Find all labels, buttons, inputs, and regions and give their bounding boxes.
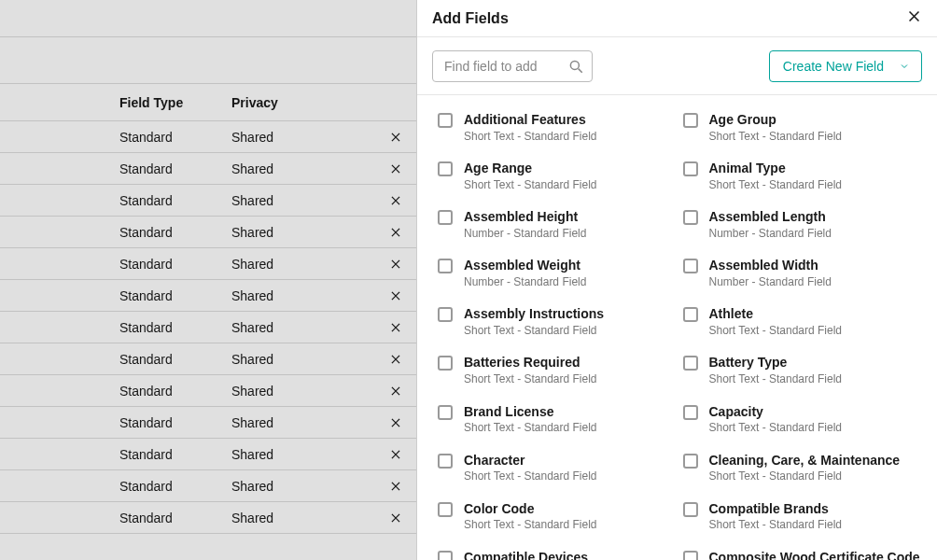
create-new-field-button[interactable]: Create New Field <box>769 50 922 82</box>
row-delete-icon[interactable] <box>381 162 411 175</box>
field-item[interactable]: Character Short Text - Standard Field <box>438 453 678 484</box>
search-icon <box>567 58 584 75</box>
cell-field-type: Standard <box>119 257 231 272</box>
checkbox[interactable] <box>683 259 698 273</box>
field-name: Composite Wood Certificate Code <box>709 550 920 560</box>
svg-point-0 <box>570 61 579 69</box>
field-text: Compatible Devices Short Text - Standard… <box>464 550 597 560</box>
field-item[interactable]: Age Range Short Text - Standard Field <box>438 161 678 192</box>
checkbox[interactable] <box>438 210 453 225</box>
row-delete-icon[interactable] <box>381 289 411 302</box>
field-name: Age Range <box>464 161 597 177</box>
checkbox[interactable] <box>438 454 453 469</box>
field-text: Athlete Short Text - Standard Field <box>709 306 843 338</box>
field-item[interactable]: Assembled Length Number - Standard Field <box>683 209 923 241</box>
field-item[interactable]: Battery Type Short Text - Standard Field <box>683 355 923 386</box>
field-name: Animal Type <box>709 161 843 177</box>
checkbox[interactable] <box>683 502 698 517</box>
cell-privacy: Shared <box>231 130 381 145</box>
checkbox[interactable] <box>683 113 698 128</box>
row-delete-icon[interactable] <box>381 353 411 366</box>
field-text: Battery Type Short Text - Standard Field <box>709 355 843 386</box>
checkbox[interactable] <box>683 454 698 469</box>
field-item[interactable]: Athlete Short Text - Standard Field <box>683 306 923 338</box>
field-item[interactable]: Brand License Short Text - Standard Fiel… <box>438 404 678 436</box>
field-item[interactable]: Additional Features Short Text - Standar… <box>438 112 678 144</box>
field-subtitle: Short Text - Standard Field <box>709 178 843 193</box>
cell-privacy: Shared <box>231 511 381 525</box>
field-name: Compatible Devices <box>464 550 597 560</box>
field-name: Brand License <box>464 404 597 421</box>
field-subtitle: Short Text - Standard Field <box>464 324 604 339</box>
row-delete-icon[interactable] <box>381 258 411 271</box>
field-item[interactable]: Assembled Height Number - Standard Field <box>438 209 678 241</box>
cell-field-type: Standard <box>119 447 231 462</box>
field-text: Assembled Weight Number - Standard Field <box>464 258 586 289</box>
checkbox[interactable] <box>438 551 453 560</box>
cell-privacy: Shared <box>231 161 381 176</box>
row-delete-icon[interactable] <box>381 385 411 398</box>
row-delete-icon[interactable] <box>381 131 411 144</box>
checkbox[interactable] <box>438 259 453 273</box>
col-field-type: Field Type <box>119 95 231 110</box>
search-input-wrap[interactable] <box>432 50 593 82</box>
field-text: Additional Features Short Text - Standar… <box>464 112 597 144</box>
field-item[interactable]: Assembly Instructions Short Text - Stand… <box>438 306 678 338</box>
field-item[interactable]: Composite Wood Certificate Code Whole Nu… <box>683 550 923 560</box>
panel-header: Add Fields <box>417 0 937 37</box>
checkbox[interactable] <box>438 307 453 322</box>
checkbox[interactable] <box>683 551 698 560</box>
checkbox[interactable] <box>683 356 698 371</box>
checkbox[interactable] <box>438 161 453 176</box>
row-delete-icon[interactable] <box>381 321 411 334</box>
checkbox[interactable] <box>438 405 453 420</box>
cell-field-type: Standard <box>119 320 231 335</box>
field-subtitle: Short Text - Standard Field <box>709 469 901 484</box>
field-item[interactable]: Age Group Short Text - Standard Field <box>683 112 923 144</box>
checkbox[interactable] <box>683 210 698 225</box>
cell-privacy: Shared <box>231 320 381 335</box>
field-item[interactable]: Capacity Short Text - Standard Field <box>683 404 923 436</box>
cell-field-type: Standard <box>119 511 231 525</box>
checkbox[interactable] <box>438 113 453 128</box>
field-text: Color Code Short Text - Standard Field <box>464 501 597 533</box>
checkbox[interactable] <box>438 356 453 371</box>
create-new-field-label: Create New Field <box>783 59 884 74</box>
row-delete-icon[interactable] <box>381 416 411 429</box>
cell-field-type: Standard <box>119 225 231 240</box>
field-text: Compatible Brands Short Text - Standard … <box>709 501 843 533</box>
cell-privacy: Shared <box>231 352 381 367</box>
row-delete-icon[interactable] <box>381 480 411 493</box>
field-item[interactable]: Compatible Brands Short Text - Standard … <box>683 501 923 533</box>
field-name: Capacity <box>709 404 843 421</box>
field-item[interactable]: Batteries Required Short Text - Standard… <box>438 355 678 386</box>
field-item[interactable]: Assembled Width Number - Standard Field <box>683 258 923 289</box>
row-delete-icon[interactable] <box>381 448 411 461</box>
checkbox[interactable] <box>683 161 698 176</box>
row-delete-icon[interactable] <box>381 194 411 207</box>
field-name: Compatible Brands <box>709 501 843 518</box>
field-item[interactable]: Color Code Short Text - Standard Field <box>438 501 678 533</box>
field-item[interactable]: Cleaning, Care, & Maintenance Short Text… <box>683 453 923 484</box>
close-icon[interactable] <box>906 8 922 28</box>
field-text: Cleaning, Care, & Maintenance Short Text… <box>709 453 901 484</box>
checkbox[interactable] <box>438 502 453 517</box>
field-item[interactable]: Compatible Devices Short Text - Standard… <box>438 550 678 560</box>
cell-privacy: Shared <box>231 447 381 462</box>
row-delete-icon[interactable] <box>381 226 411 239</box>
field-text: Composite Wood Certificate Code Whole Nu… <box>709 550 920 560</box>
field-name: Assembled Height <box>464 209 586 226</box>
cell-privacy: Shared <box>231 415 381 430</box>
row-delete-icon[interactable] <box>381 511 411 525</box>
checkbox[interactable] <box>683 405 698 420</box>
cell-field-type: Standard <box>119 193 231 208</box>
field-text: Age Group Short Text - Standard Field <box>709 112 843 144</box>
field-subtitle: Number - Standard Field <box>709 275 832 290</box>
field-item[interactable]: Animal Type Short Text - Standard Field <box>683 161 923 192</box>
field-text: Age Range Short Text - Standard Field <box>464 161 597 192</box>
checkbox[interactable] <box>683 307 698 322</box>
field-item[interactable]: Assembled Weight Number - Standard Field <box>438 258 678 289</box>
cell-privacy: Shared <box>231 257 381 272</box>
field-subtitle: Short Text - Standard Field <box>464 130 597 145</box>
field-subtitle: Short Text - Standard Field <box>709 324 843 339</box>
